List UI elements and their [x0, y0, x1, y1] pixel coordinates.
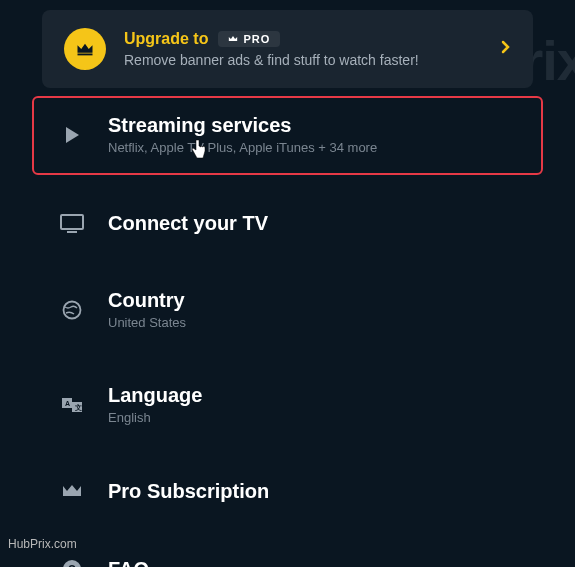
language-item[interactable]: A文 Language English — [0, 366, 575, 443]
play-icon — [60, 123, 84, 147]
banner-subtitle: Remove banner ads & find stuff to watch … — [124, 52, 483, 68]
streaming-sub: Netflix, Apple TV Plus, Apple iTunes + 3… — [108, 140, 515, 155]
svg-text:文: 文 — [74, 403, 82, 412]
language-sub: English — [108, 410, 545, 425]
country-item[interactable]: Country United States — [0, 271, 575, 348]
upgrade-title: Upgrade to — [124, 30, 208, 48]
tv-icon — [60, 211, 84, 235]
crown-icon — [64, 28, 106, 70]
faq-title: FAQ — [108, 558, 545, 568]
streaming-services-item[interactable]: Streaming services Netflix, Apple TV Plu… — [60, 114, 515, 155]
cursor-pointer-icon — [190, 138, 208, 164]
pro-badge: PRO — [218, 31, 280, 47]
connect-tv-item[interactable]: Connect your TV — [0, 193, 575, 253]
attribution-text: HubPrix.com — [8, 537, 77, 551]
country-title: Country — [108, 289, 545, 312]
svg-rect-1 — [61, 215, 83, 229]
language-title: Language — [108, 384, 545, 407]
svg-rect-0 — [78, 54, 93, 56]
globe-icon — [60, 298, 84, 322]
svg-text:?: ? — [68, 562, 76, 567]
crown-outline-icon — [60, 479, 84, 503]
country-sub: United States — [108, 315, 545, 330]
tv-title: Connect your TV — [108, 212, 545, 235]
chevron-right-icon — [501, 40, 511, 58]
pro-title: Pro Subscription — [108, 480, 545, 503]
pro-badge-label: PRO — [243, 33, 270, 45]
faq-item[interactable]: ? FAQ — [0, 539, 575, 567]
svg-point-3 — [64, 301, 81, 318]
svg-text:A: A — [65, 400, 70, 407]
banner-text: Upgrade to PRO Remove banner ads & find … — [124, 30, 483, 68]
streaming-title: Streaming services — [108, 114, 515, 137]
pro-subscription-item[interactable]: Pro Subscription — [0, 461, 575, 521]
upgrade-banner[interactable]: Upgrade to PRO Remove banner ads & find … — [42, 10, 533, 88]
help-icon: ? — [60, 557, 84, 567]
language-icon: A文 — [60, 393, 84, 417]
highlight-box: Streaming services Netflix, Apple TV Plu… — [32, 96, 543, 175]
